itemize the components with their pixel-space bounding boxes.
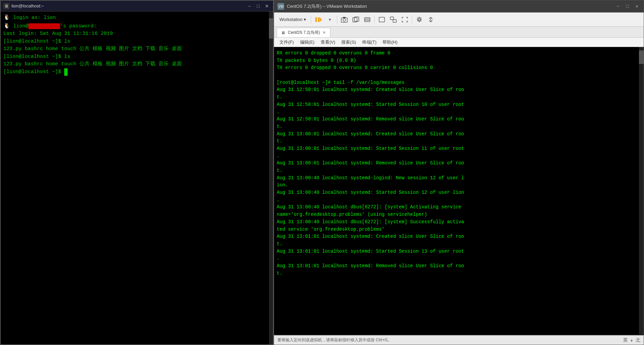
svg-rect-10 — [365, 18, 370, 22]
password-prompt-suffix: 's password: — [60, 23, 97, 29]
left-titlebar: 🖥 lion@localhost:~ − □ ✕ — [1, 1, 273, 12]
vm-scrollbar-thumb[interactable] — [639, 50, 644, 64]
vm-line-30: t. — [277, 270, 641, 277]
vmware-minimize-button[interactable]: − — [615, 3, 621, 10]
left-close-button[interactable]: ✕ — [264, 3, 270, 9]
ls-output-2: 123.py bashrc home touch 公共 模板 视频 图片 文档 … — [3, 61, 182, 67]
svg-point-16 — [418, 19, 420, 21]
last-login-text: Last login: Sat Aug 31 11:31:16 2019 — [3, 31, 113, 37]
right-vmware-panel: VM CentOS 7.2(鸟哥) – VMware Workstation −… — [274, 0, 644, 345]
svg-rect-2 — [315, 17, 317, 22]
vm-terminal-screen[interactable]: RX errors 0 dropped 0 overruns 0 frame 0… — [274, 47, 644, 335]
terminal-line-7: 123.py bashrc home touch 公共 模板 视频 图片 文档 … — [3, 61, 270, 68]
left-terminal-output[interactable]: 🐧 login as: lion 🐧 lion@XXXXXXXXXX's pas… — [1, 12, 273, 344]
vmware-tabs: 🖥 CentOS 7.2(鸟哥) ✕ — [274, 27, 644, 38]
login-icon: 🐧 — [3, 15, 10, 21]
prompt-1: [lion@localhost ~]$ — [3, 39, 64, 44]
vm-status-icons: 英 ♦ 北 — [623, 337, 640, 343]
clone-button[interactable] — [351, 15, 361, 25]
vmware-window-controls: − □ ✕ — [615, 3, 640, 10]
toolbar-separator-3 — [374, 16, 375, 24]
vm-line-14: . — [277, 153, 641, 160]
single-window-button[interactable] — [377, 15, 387, 25]
snapshot-button[interactable] — [339, 15, 349, 25]
left-maximize-button[interactable]: □ — [255, 3, 262, 9]
terminal-app-icon: 🖥 — [3, 3, 9, 9]
svg-rect-15 — [393, 20, 396, 22]
vm-line-23: Aug 31 13:00:40 localhost dbus[6272]: [s… — [277, 218, 641, 226]
status-icon-north[interactable]: 北 — [636, 337, 640, 343]
vmware-maximize-button[interactable]: □ — [624, 3, 631, 10]
svg-marker-4 — [320, 17, 322, 22]
vm-line-24: ted service 'org.freedesktop.problems' — [277, 226, 641, 233]
login-text: login as: lion — [13, 15, 56, 21]
workstation-label: Workstation — [279, 17, 302, 22]
left-window-controls: − □ ✕ — [246, 3, 270, 9]
toolbar-separator-2 — [337, 16, 337, 24]
centos-tab[interactable]: 🖥 CentOS 7.2(鸟哥) ✕ — [277, 28, 330, 37]
svg-rect-13 — [379, 17, 385, 22]
menu-view[interactable]: 查看(V) — [318, 39, 338, 46]
terminal-line-3: Last login: Sat Aug 31 11:31:16 2019 — [3, 30, 270, 38]
fullscreen-button[interactable] — [400, 15, 410, 25]
toolbar-separator-1 — [311, 16, 311, 24]
terminal-line-4: [lion@localhost ~]$ ls — [3, 38, 270, 46]
terminal-cursor — [64, 68, 68, 76]
extend-button[interactable] — [426, 15, 436, 25]
vm-line-6: t. — [277, 94, 641, 101]
terminal-line-2: 🐧 lion@XXXXXXXXXX's password: — [3, 22, 270, 30]
vmware-menubar: 文件(F) 编辑(E) 查看(V) 搜索(S) 终端(T) 帮助(H) — [274, 38, 644, 47]
vmware-app-icon: VM — [277, 3, 284, 10]
prompt-3: [lion@localhost ~]$ — [3, 69, 64, 75]
pause-dropdown-button[interactable]: ▾ — [325, 15, 335, 25]
vm-line-19: Aug 31 13:00:40 localhost systemd: Start… — [277, 189, 641, 197]
cmd-2: ls — [64, 54, 70, 60]
centos-tab-label: CentOS 7.2(鸟哥) — [288, 30, 320, 36]
settings-button[interactable] — [414, 15, 424, 25]
centos-tab-close[interactable]: ✕ — [322, 30, 327, 35]
terminal-line-8: [lion@localhost ~]$ — [3, 68, 270, 76]
vm-line-11: Aug 31 13:00:01 localhost systemd: Creat… — [277, 131, 641, 138]
vm-line-5: Aug 31 12:50:01 localhost systemd: Creat… — [277, 86, 641, 94]
manage-button[interactable] — [362, 15, 372, 25]
multi-window-button[interactable] — [388, 15, 398, 25]
vmware-title-text: CentOS 7.2(鸟哥) – VMware Workstation — [287, 3, 367, 9]
menu-search[interactable]: 搜索(S) — [339, 39, 358, 46]
vm-scrollbar[interactable] — [639, 47, 644, 335]
terminal-line-1: 🐧 login as: lion — [3, 14, 270, 22]
vm-line-26: t. — [277, 240, 641, 248]
status-icon-eng[interactable]: 英 — [623, 337, 628, 343]
vmware-titlebar: VM CentOS 7.2(鸟哥) – VMware Workstation −… — [274, 0, 644, 13]
left-scrollbar-thumb[interactable] — [269, 18, 273, 39]
workstation-dropdown-arrow: ▾ — [304, 17, 306, 22]
terminal-line-6: [lion@localhost ~]$ ls — [3, 53, 270, 61]
redacted-hostname: XXXXXXXXXX — [28, 23, 60, 29]
vm-line-8: . — [277, 109, 641, 116]
vm-line-blank-1 — [277, 72, 641, 79]
vm-line-7: Aug 31 12:50:01 localhost systemd: Start… — [277, 101, 641, 109]
vm-line-1: RX errors 0 dropped 0 overruns 0 frame 0 — [277, 50, 641, 57]
vmware-close-button[interactable]: ✕ — [634, 3, 640, 10]
vm-line-25: Aug 31 13:01:01 localhost systemd: Creat… — [277, 233, 641, 240]
menu-terminal[interactable]: 终端(T) — [360, 39, 379, 46]
left-scrollbar[interactable] — [269, 12, 273, 344]
vm-line-16: t. — [277, 167, 641, 175]
svg-rect-7 — [343, 17, 346, 18]
menu-edit[interactable]: 编辑(E) — [297, 39, 317, 46]
vmware-vm-area[interactable]: RX errors 0 dropped 0 overruns 0 frame 0… — [274, 47, 644, 345]
prompt-2: [lion@localhost ~]$ — [3, 54, 64, 60]
vmware-title-area: VM CentOS 7.2(鸟哥) – VMware Workstation — [277, 3, 367, 10]
vm-line-29: Aug 31 13:01:01 localhost systemd: Remov… — [277, 262, 641, 270]
terminal-line-5: 123.py bashrc home touch 公共 模板 视频 图片 文档 … — [3, 45, 270, 53]
vm-line-3: TX errors 0 dropped 0 overruns 0 carrier… — [277, 64, 641, 72]
vm-line-27: Aug 31 13:01:01 localhost systemd: Start… — [277, 248, 641, 255]
left-minimize-button[interactable]: − — [246, 3, 253, 9]
vm-line-10: t. — [277, 123, 641, 131]
vm-line-12: t. — [277, 138, 641, 145]
menu-help[interactable]: 帮助(H) — [380, 39, 400, 46]
workstation-menu-button[interactable]: Workstation ▾ — [277, 14, 309, 25]
cmd-1: ls — [64, 39, 70, 44]
menu-file[interactable]: 文件(F) — [277, 39, 297, 46]
pause-resume-button[interactable] — [313, 15, 323, 25]
svg-point-6 — [343, 19, 346, 21]
